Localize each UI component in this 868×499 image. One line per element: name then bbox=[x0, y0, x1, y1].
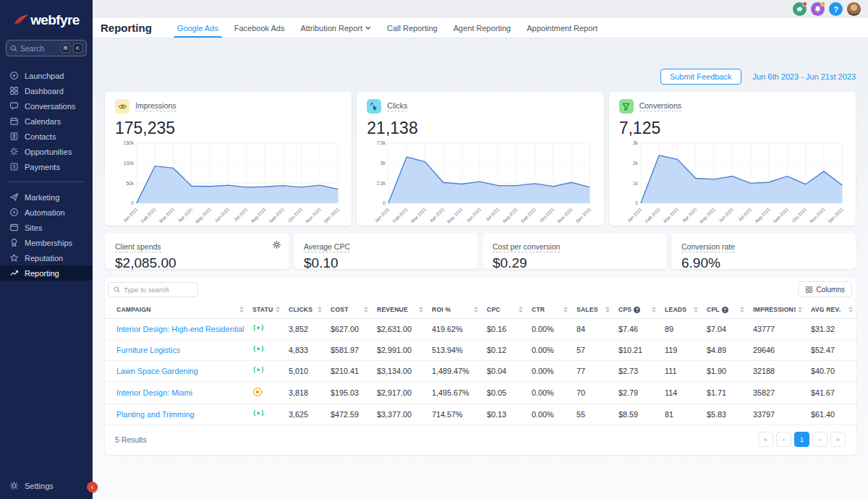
campaign-link[interactable]: Lawn Space Gardening bbox=[105, 361, 250, 382]
sidebar-search-input[interactable] bbox=[20, 44, 58, 53]
sort-icon[interactable] bbox=[364, 307, 368, 312]
stat-label[interactable]: Conversions bbox=[639, 101, 681, 111]
table-row[interactable]: Interior Design: High-end Residential3,8… bbox=[105, 319, 859, 340]
table-row[interactable]: Lawn Space Gardening5,010$210.41$3,134.0… bbox=[105, 361, 859, 382]
sidebar-item-label: Reputation bbox=[25, 254, 63, 263]
tab-attribution-report[interactable]: Attribution Report bbox=[292, 18, 379, 38]
cell-roi: 714.57% bbox=[429, 404, 484, 425]
announcement-icon[interactable] bbox=[793, 2, 807, 16]
column-header-cpl[interactable]: CPL? bbox=[704, 301, 750, 319]
sort-icon[interactable] bbox=[519, 307, 523, 312]
cell-clicks: 3,625 bbox=[286, 404, 328, 425]
tab-facebook-ads[interactable]: Facebook Ads bbox=[226, 18, 293, 38]
cell-cpc: $0.16 bbox=[484, 319, 529, 340]
tab-call-reporting[interactable]: Call Reporting bbox=[379, 18, 446, 38]
average-cpc-value: $0.10 bbox=[304, 255, 468, 271]
sort-icon[interactable] bbox=[848, 307, 853, 312]
column-header-impressions[interactable]: IMPRESSIONS bbox=[750, 301, 808, 319]
sidebar-item-memberships[interactable]: Memberships bbox=[0, 235, 93, 250]
columns-button[interactable]: Columns bbox=[798, 281, 852, 297]
page-button-2[interactable]: 1 bbox=[794, 432, 809, 447]
column-header-cost[interactable]: COST bbox=[328, 301, 374, 319]
submit-feedback-button[interactable]: Submit Feedback bbox=[660, 69, 741, 85]
cell-cpl: $4.89 bbox=[704, 340, 750, 361]
table-row[interactable]: Interior Design: Miami3,818$195.03$2,917… bbox=[105, 382, 859, 404]
help-icon[interactable]: ? bbox=[634, 307, 640, 313]
sidebar-item-sites[interactable]: Sites bbox=[0, 220, 93, 235]
cell-cpl: $7.04 bbox=[704, 319, 750, 340]
metric-label[interactable]: Conversion rate bbox=[681, 242, 735, 252]
sidebar-item-settings[interactable]: Settings bbox=[0, 478, 93, 493]
sidebar-item-automation[interactable]: Automation bbox=[0, 205, 93, 220]
sidebar-item-launchpad[interactable]: Launchpad bbox=[0, 68, 93, 83]
sort-icon[interactable] bbox=[652, 307, 656, 312]
table-row[interactable]: Furniture Logistics4,833$581.97$2,991.00… bbox=[105, 340, 859, 361]
stat-label[interactable]: Impressions bbox=[135, 101, 176, 111]
sidebar-collapse-button[interactable]: ‹ bbox=[87, 482, 98, 492]
campaign-link[interactable]: Interior Design: High-end Residential bbox=[105, 319, 250, 340]
app-window: webfyre ⌘ K Launchpad Dashboard Conversa… bbox=[0, 0, 868, 499]
column-header-leads[interactable]: LEADS bbox=[662, 301, 704, 319]
svg-text:Apr 2021: Apr 2021 bbox=[177, 206, 194, 223]
page-button-0[interactable]: « bbox=[758, 432, 773, 447]
sidebar-item-conversations[interactable]: Conversations bbox=[0, 98, 93, 114]
campaign-link[interactable]: Furniture Logistics bbox=[105, 340, 250, 361]
sidebar-item-contacts[interactable]: Contacts bbox=[0, 129, 93, 144]
table-search-input[interactable] bbox=[124, 286, 189, 294]
column-header-avg-rev-[interactable]: AVG REV. bbox=[808, 301, 859, 319]
calendar-icon bbox=[9, 116, 19, 126]
column-header-campaign[interactable]: CAMPAIGN bbox=[105, 301, 250, 319]
help-icon[interactable]: ? bbox=[722, 307, 728, 313]
sort-icon[interactable] bbox=[318, 307, 322, 312]
tab-google-ads[interactable]: Google Ads bbox=[169, 18, 226, 38]
sort-icon[interactable] bbox=[605, 307, 610, 312]
column-header-cpc[interactable]: CPC bbox=[484, 301, 529, 319]
client-spends-value: $2,085.00 bbox=[115, 255, 279, 271]
sidebar-item-payments[interactable]: $ Payments bbox=[0, 159, 93, 174]
user-avatar[interactable] bbox=[847, 2, 861, 16]
gear-icon[interactable] bbox=[272, 239, 281, 252]
tab-agent-reporting[interactable]: Agent Reporting bbox=[446, 18, 519, 38]
table-search[interactable] bbox=[108, 282, 198, 297]
column-header-clicks[interactable]: CLICKS bbox=[286, 301, 328, 319]
sidebar-item-reputation[interactable]: Reputation bbox=[0, 250, 93, 265]
column-header-cps[interactable]: CPS? bbox=[616, 301, 662, 319]
sort-icon[interactable] bbox=[740, 307, 744, 312]
sidebar-item-dashboard[interactable]: Dashboard bbox=[0, 83, 93, 98]
help-icon[interactable]: ? bbox=[829, 2, 843, 16]
column-header-roi-[interactable]: ROI % bbox=[429, 301, 484, 319]
column-header-sales[interactable]: SALES bbox=[574, 301, 616, 319]
sort-icon[interactable] bbox=[694, 307, 698, 312]
sidebar-item-calendars[interactable]: Calendars bbox=[0, 114, 93, 129]
svg-text:Apr 2021: Apr 2021 bbox=[681, 206, 697, 223]
cell-avg_rev: $31.32 bbox=[808, 319, 859, 340]
sort-icon[interactable] bbox=[563, 307, 568, 312]
metric-label[interactable]: Client spends bbox=[115, 242, 161, 252]
metric-label[interactable]: Average CPC bbox=[304, 242, 350, 252]
page-button-4[interactable]: » bbox=[830, 432, 846, 447]
sidebar-item-marketing[interactable]: Marketing bbox=[0, 189, 93, 205]
sidebar-item-reporting[interactable]: Reporting bbox=[0, 265, 93, 281]
table-row[interactable]: Planting and Trimming3,625$472.59$3,377.… bbox=[105, 404, 859, 425]
notifications-bell-icon[interactable] bbox=[811, 2, 825, 16]
sort-icon[interactable] bbox=[474, 307, 478, 312]
tab-appointment-report[interactable]: Appointment Report bbox=[519, 18, 605, 38]
clicks-value: 21,138 bbox=[367, 119, 593, 138]
sort-icon[interactable] bbox=[239, 307, 244, 312]
sidebar-search[interactable]: ⌘ K bbox=[6, 40, 87, 56]
page-button-3[interactable]: › bbox=[812, 432, 827, 447]
column-header-status[interactable]: STATUS bbox=[250, 301, 286, 319]
column-header-ctr[interactable]: CTR bbox=[529, 301, 574, 319]
sort-icon[interactable] bbox=[419, 307, 423, 312]
sort-icon[interactable] bbox=[798, 307, 802, 312]
date-range-picker[interactable]: Jun 6th 2023 - Jun 21st 2023 bbox=[753, 72, 856, 81]
campaign-link[interactable]: Planting and Trimming bbox=[105, 404, 250, 425]
page-button-1[interactable]: ‹ bbox=[776, 432, 791, 447]
campaign-link[interactable]: Interior Design: Miami bbox=[105, 382, 250, 404]
sort-icon[interactable] bbox=[276, 307, 280, 312]
metric-label[interactable]: Cost per conversion bbox=[493, 242, 560, 252]
column-header-revenue[interactable]: REVENUE bbox=[374, 301, 429, 319]
svg-text:Feb 2021: Feb 2021 bbox=[644, 206, 661, 223]
sidebar-item-opportunities[interactable]: Opportunities bbox=[0, 144, 93, 159]
stat-label[interactable]: Clicks bbox=[387, 101, 407, 111]
